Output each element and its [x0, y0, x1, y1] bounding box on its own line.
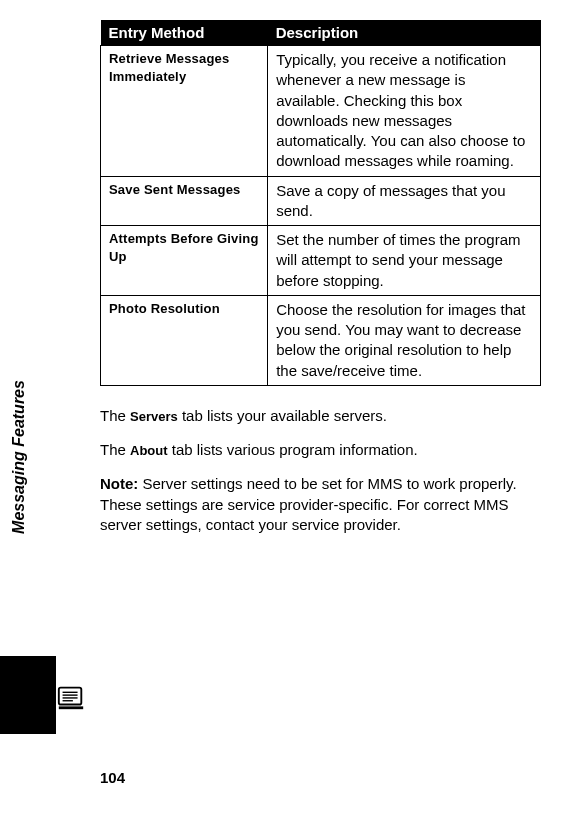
entry-attempts: Attempts Before Giving Up	[101, 226, 268, 296]
servers-bold: Servers	[130, 409, 178, 424]
table-row: Retrieve Messages Immediately Typically,…	[101, 46, 541, 177]
settings-table: Entry Method Description Retrieve Messag…	[100, 20, 541, 386]
text: tab lists your available servers.	[178, 407, 387, 424]
entry-save-sent-desc: Save a copy of messages that you send.	[268, 176, 541, 226]
section-sidebar-label: Messaging Features	[10, 380, 28, 534]
table-row: Attempts Before Giving Up Set the number…	[101, 226, 541, 296]
sidebar-black-block	[0, 656, 56, 734]
svg-rect-0	[59, 688, 82, 705]
entry-retrieve-messages: Retrieve Messages Immediately	[101, 46, 268, 177]
about-bold: About	[130, 443, 168, 458]
note-block: Note: Server settings need to be set for…	[100, 474, 541, 535]
note-lead: Note:	[100, 475, 138, 492]
note-text: Note: Server settings need to be set for…	[100, 474, 541, 535]
servers-paragraph: The Servers tab lists your available ser…	[100, 406, 541, 426]
text: The	[100, 407, 130, 424]
svg-rect-5	[59, 706, 83, 709]
page: Messaging Features Entry Method Descript…	[0, 0, 581, 816]
table-header-row: Entry Method Description	[101, 20, 541, 46]
entry-photo-resolution-desc: Choose the resolution for images that yo…	[268, 295, 541, 385]
table-row: Save Sent Messages Save a copy of messag…	[101, 176, 541, 226]
about-paragraph: The About tab lists various program info…	[100, 440, 541, 460]
entry-save-sent: Save Sent Messages	[101, 176, 268, 226]
entry-attempts-desc: Set the number of times the program will…	[268, 226, 541, 296]
table-header-description: Description	[268, 20, 541, 46]
page-number: 104	[100, 769, 125, 786]
table-row: Photo Resolution Choose the resolution f…	[101, 295, 541, 385]
entry-photo-resolution: Photo Resolution	[101, 295, 268, 385]
note-body: Server settings need to be set for MMS t…	[100, 475, 517, 533]
entry-retrieve-messages-desc: Typically, you receive a notification wh…	[268, 46, 541, 177]
text: tab lists various program information.	[168, 441, 418, 458]
table-header-entry-method: Entry Method	[101, 20, 268, 46]
text: The	[100, 441, 130, 458]
note-icon	[56, 682, 86, 712]
